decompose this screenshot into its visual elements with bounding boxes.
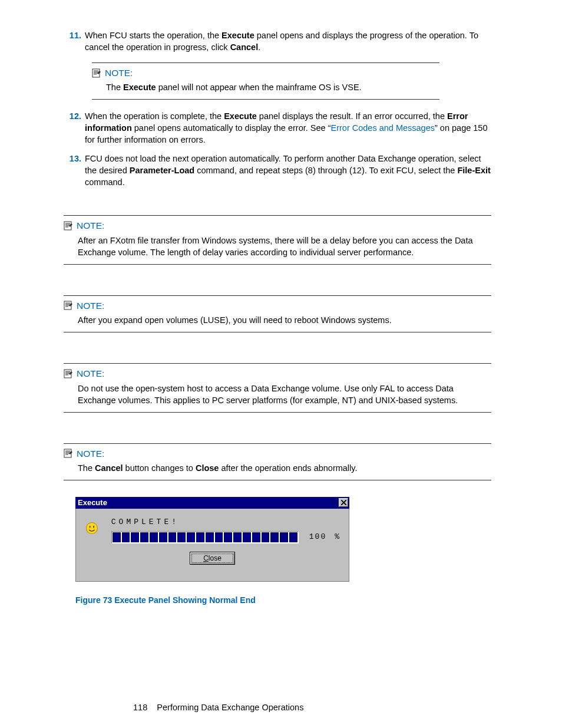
note-icon <box>92 68 101 78</box>
close-button[interactable]: Close <box>190 552 235 565</box>
percent-sign: % <box>335 532 339 542</box>
svg-rect-7 <box>93 526 94 528</box>
step-text: When FCU starts the operation, the Execu… <box>85 29 491 53</box>
step-13: 13. FCU does not load the next operation… <box>64 153 491 188</box>
step-text: When the operation is complete, the Exec… <box>85 110 491 146</box>
step-12: 12. When the operation is complete, the … <box>64 110 491 146</box>
note-icon <box>64 449 73 458</box>
note-block: NOTE: Do not use the open-system host to… <box>64 363 491 412</box>
note-body: After an FXotm file transfer from Window… <box>64 235 491 258</box>
note-header: NOTE: <box>64 219 491 232</box>
note-icon <box>64 221 73 230</box>
svg-rect-6 <box>90 526 91 528</box>
note-label: NOTE: <box>77 299 104 312</box>
step-list: 12. When the operation is complete, the … <box>64 110 491 188</box>
note-label: NOTE: <box>77 219 104 232</box>
step-text: FCU does not load the next operation aut… <box>85 153 491 188</box>
note-block: NOTE: The Execute panel will not appear … <box>92 62 439 100</box>
dialog-close-button[interactable] <box>339 498 348 507</box>
note-header: NOTE: <box>64 447 491 460</box>
dialog-body: COMPLETE! 100 % Close <box>75 509 349 582</box>
svg-point-5 <box>86 522 97 533</box>
note-body: Do not use the open-system host to acces… <box>64 383 491 406</box>
note-header: NOTE: <box>92 67 439 79</box>
note-label: NOTE: <box>77 367 104 380</box>
dialog-title: Execute <box>78 498 107 508</box>
note-block: NOTE: After an FXotm file transfer from … <box>64 215 491 264</box>
note-label: NOTE: <box>105 67 133 79</box>
note-header: NOTE: <box>64 299 491 312</box>
progress-bar <box>111 531 299 543</box>
note-icon <box>64 369 73 378</box>
chapter-title: Performing Data Exchange Operations <box>157 703 303 712</box>
dialog-titlebar: Execute <box>75 497 349 509</box>
page-footer: 118 Performing Data Exchange Operations <box>133 701 303 713</box>
step-number: 12. <box>64 110 85 146</box>
step-list: 11. When FCU starts the operation, the E… <box>64 29 491 53</box>
note-body: The Cancel button changes to Close after… <box>64 462 491 474</box>
note-icon <box>64 301 73 310</box>
step-number: 13. <box>64 153 85 188</box>
execute-dialog: Execute COMPLETE! 100 <box>75 497 349 582</box>
note-block: NOTE: The Cancel button changes to Close… <box>64 443 491 480</box>
close-icon <box>341 500 346 505</box>
step-11: 11. When FCU starts the operation, the E… <box>64 29 491 53</box>
note-header: NOTE: <box>64 367 491 380</box>
error-codes-link[interactable]: Error Codes and Messages <box>330 123 435 133</box>
note-body: The Execute panel will not appear when t… <box>92 81 439 93</box>
note-body: After you expand open volumes (LUSE), yo… <box>64 314 491 326</box>
note-label: NOTE: <box>77 447 104 460</box>
progress-percent: 100 <box>309 532 326 542</box>
figure-caption: Figure 73 Execute Panel Showing Normal E… <box>75 595 491 606</box>
complete-label: COMPLETE! <box>111 517 339 528</box>
step-number: 11. <box>64 29 85 53</box>
smiley-icon <box>85 519 98 537</box>
note-block: NOTE: After you expand open volumes (LUS… <box>64 295 491 332</box>
page-number: 118 <box>133 703 147 712</box>
